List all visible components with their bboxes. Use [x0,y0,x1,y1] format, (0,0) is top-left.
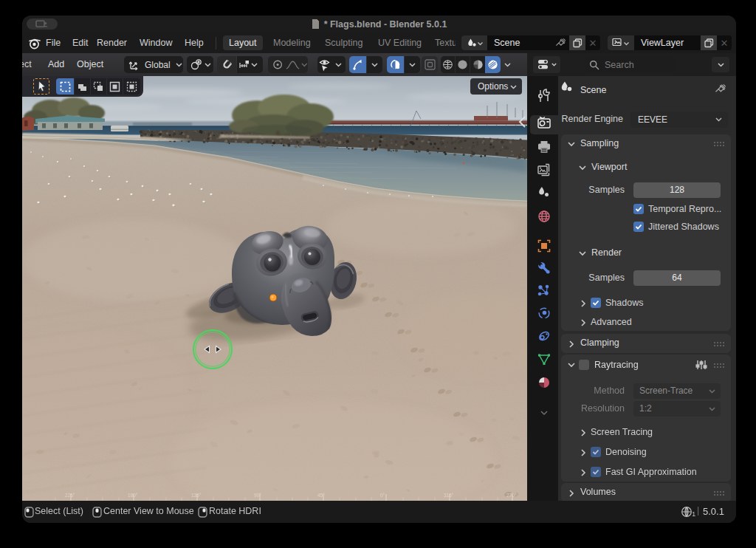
svg-text:135°: 135° [191,493,202,498]
svg-text:270°: 270° [506,493,517,498]
svg-text:225°: 225° [65,493,75,498]
svg-text:315°: 315° [444,493,454,498]
svg-text:45°: 45° [317,493,325,498]
svg-text:180°: 180° [128,493,138,498]
svg-text:0°: 0° [380,493,385,498]
svg-text:90°: 90° [254,493,261,498]
